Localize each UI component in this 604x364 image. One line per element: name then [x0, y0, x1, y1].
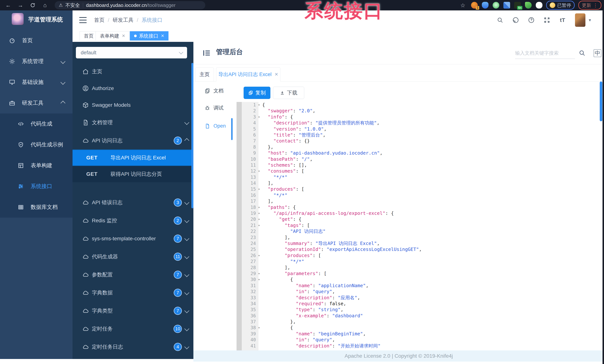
- code-line[interactable]: 4 "description": "提供管理员管理的所有功能",: [237, 120, 600, 126]
- code-line[interactable]: 37 },: [237, 319, 600, 325]
- code-line[interactable]: 21▾ "tags": [: [237, 223, 600, 228]
- swagger-item-岗位[interactable]: 岗位: [73, 356, 193, 359]
- code-line[interactable]: 32 "in": "query",: [237, 289, 600, 295]
- ext-green-leaf-icon[interactable]: [525, 2, 532, 9]
- code-line[interactable]: 6 "title": "管理后台",: [237, 132, 600, 138]
- swagger-item-定时任务[interactable]: 定时任务10: [73, 320, 193, 338]
- close-icon[interactable]: ✕: [275, 72, 278, 77]
- swagger-item-API 错误日志[interactable]: API 错误日志3: [73, 193, 193, 212]
- fold-arrow-icon[interactable]: ▾: [256, 210, 262, 216]
- code-line[interactable]: 31 "name": "applicationName",: [237, 283, 600, 289]
- security-label[interactable]: 不安全: [65, 2, 80, 9]
- tag-home[interactable]: 首页: [80, 31, 98, 40]
- hamburger-icon[interactable]: [79, 17, 87, 23]
- fold-arrow-icon[interactable]: ▾: [256, 186, 262, 192]
- home-icon[interactable]: ⌂: [41, 1, 49, 9]
- code-line[interactable]: 5 "version": "1.0.0",: [237, 126, 600, 132]
- paused-extension-pill[interactable]: 已暂停: [546, 1, 575, 10]
- sidebar-item-数据库文档[interactable]: 数据库文档: [0, 197, 73, 218]
- back-icon[interactable]: ←: [4, 1, 12, 9]
- fold-arrow-icon[interactable]: ▾: [256, 102, 262, 108]
- sidebar-item-系统管理[interactable]: 系统管理: [0, 51, 73, 72]
- code-line[interactable]: 16 "*/*": [237, 192, 600, 198]
- page-scrollbar-thumb[interactable]: [600, 81, 602, 121]
- code-line[interactable]: 25 "operationId": "exportApiAccessLogExc…: [237, 246, 600, 252]
- code-line[interactable]: 14 ],: [237, 180, 600, 186]
- swagger-item-字典数据[interactable]: 字典数据7: [73, 284, 193, 302]
- fullscreen-icon[interactable]: [543, 16, 551, 24]
- url-host[interactable]: dashboard.yudao.iocoder.cn: [86, 2, 147, 8]
- sidebar-item-代码生成[interactable]: 代码生成: [0, 113, 73, 134]
- fold-arrow-icon[interactable]: ▾: [256, 114, 262, 120]
- breadcrumb-tools[interactable]: 研发工具: [113, 17, 134, 24]
- update-button[interactable]: 更新 ⋮: [578, 1, 601, 10]
- sidebar-item-基础设施[interactable]: 基础设施: [0, 72, 73, 93]
- doc-search-icon[interactable]: [579, 50, 585, 56]
- api-group-select[interactable]: default: [76, 47, 187, 58]
- sidebar-item-首页[interactable]: 首页: [0, 30, 73, 51]
- swagger-item-Redis 监控[interactable]: Redis 监控2: [73, 212, 193, 229]
- ext-orange-circle-icon[interactable]: 1: [471, 2, 478, 9]
- doc-search-input[interactable]: 输入文档关键字搜索: [515, 47, 575, 59]
- fold-arrow-icon[interactable]: ▾: [256, 325, 262, 331]
- swagger-item-文档管理[interactable]: 文档管理: [73, 113, 193, 131]
- code-line[interactable]: 9 "host": "api-dashboard.yudao.iocoder.c…: [237, 150, 600, 156]
- fold-arrow-icon[interactable]: ▾: [256, 271, 262, 276]
- api-operation-获得API 访问日志分页[interactable]: GET获得API 访问日志分页: [73, 166, 193, 182]
- code-line[interactable]: 12▾ "consumes": [: [237, 168, 600, 174]
- code-line[interactable]: 18▾ "paths": {: [237, 204, 600, 210]
- ext-white-ghost-icon[interactable]: [536, 2, 542, 9]
- doc-tab-export-api[interactable]: 导出API 访问日志 Excel ✕: [216, 67, 280, 81]
- tag-form-builder[interactable]: 表单构建 ✕: [96, 31, 129, 40]
- swagger-item-API 访问日志[interactable]: API 访问日志2: [73, 131, 193, 150]
- ext-blue-grid-icon[interactable]: [503, 2, 510, 9]
- swagger-item-参数配置[interactable]: 参数配置7: [73, 266, 193, 284]
- code-line[interactable]: 10 "basePath": "/",: [237, 156, 600, 162]
- download-button[interactable]: 下载: [273, 87, 304, 99]
- sidebar-item-代码生成示例[interactable]: 代码生成示例: [0, 134, 73, 155]
- code-line[interactable]: 13 "*/*": [237, 174, 600, 180]
- font-size-icon[interactable]: tT: [559, 16, 566, 24]
- ext-green-circle-icon[interactable]: [493, 2, 499, 9]
- fold-arrow-icon[interactable]: ▾: [256, 204, 262, 210]
- sidebar-item-表单构建[interactable]: 表单构建: [0, 155, 73, 176]
- code-line[interactable]: 29▾ "parameters": [: [237, 271, 600, 276]
- github-icon[interactable]: [512, 16, 520, 24]
- code-line[interactable]: 36 "x-example": "dashboard": [237, 313, 600, 319]
- code-line[interactable]: 19▾ "/api/infra/api-access-log/export-ex…: [237, 210, 600, 216]
- fold-arrow-icon[interactable]: ▾: [256, 168, 262, 174]
- address-bar[interactable]: ⚠ 不安全 dashboard.yudao.iocoder.cn /tool/s…: [55, 1, 205, 9]
- menu-dots-icon[interactable]: ⋮: [593, 2, 598, 8]
- swagger-item-定时任务日志[interactable]: 定时任务日志4: [73, 338, 193, 356]
- code-line[interactable]: 11 "schemes": [],: [237, 162, 600, 168]
- code-editor[interactable]: 1▾{2 "swagger": "2.0",3▾ "info": {4 "des…: [237, 102, 600, 351]
- collapse-panel-icon[interactable]: [203, 49, 211, 57]
- close-icon[interactable]: ✕: [161, 34, 164, 38]
- code-line[interactable]: 33 "description": "应用名",: [237, 295, 600, 301]
- code-line[interactable]: 8 },: [237, 144, 600, 150]
- avatar[interactable]: [575, 13, 585, 27]
- tag-system-api[interactable]: 系统接口 ✕: [130, 31, 168, 40]
- language-toggle-icon[interactable]: 中: [594, 49, 601, 57]
- code-line[interactable]: 38▾ {: [237, 325, 600, 331]
- ext-blue-pin-icon[interactable]: [482, 2, 489, 9]
- breadcrumb-home[interactable]: 首页: [94, 17, 104, 24]
- sidebar-item-系统接口[interactable]: 系统接口: [0, 176, 73, 197]
- rail-item-doc[interactable]: 文档: [204, 88, 224, 94]
- swagger-item-sys-sms-template-controller[interactable]: sys-sms-template-controller7: [73, 229, 193, 248]
- code-line[interactable]: 28 ],: [237, 265, 600, 271]
- code-line[interactable]: 2 "swagger": "2.0",: [237, 108, 600, 114]
- code-line[interactable]: 20▾ "get": {: [237, 216, 600, 222]
- fold-arrow-icon[interactable]: ▾: [256, 223, 262, 228]
- fold-arrow-icon[interactable]: ▾: [256, 216, 262, 222]
- forward-icon[interactable]: →: [16, 1, 25, 9]
- swagger-item-Swagger Models[interactable]: Swagger Models: [73, 97, 193, 113]
- sidebar-item-研发工具[interactable]: 研发工具: [0, 93, 73, 113]
- code-line[interactable]: 35 "type": "string",: [237, 307, 600, 313]
- code-line[interactable]: 15▾ "produces": [: [237, 186, 600, 192]
- search-icon[interactable]: [496, 16, 504, 24]
- code-line[interactable]: 40 "in": "query",: [237, 337, 600, 343]
- code-line[interactable]: 41 "description": "开始开始请求时间": [237, 343, 600, 349]
- rail-item-debug[interactable]: 调试: [204, 104, 224, 111]
- code-line[interactable]: 3▾ "info": {: [237, 114, 600, 120]
